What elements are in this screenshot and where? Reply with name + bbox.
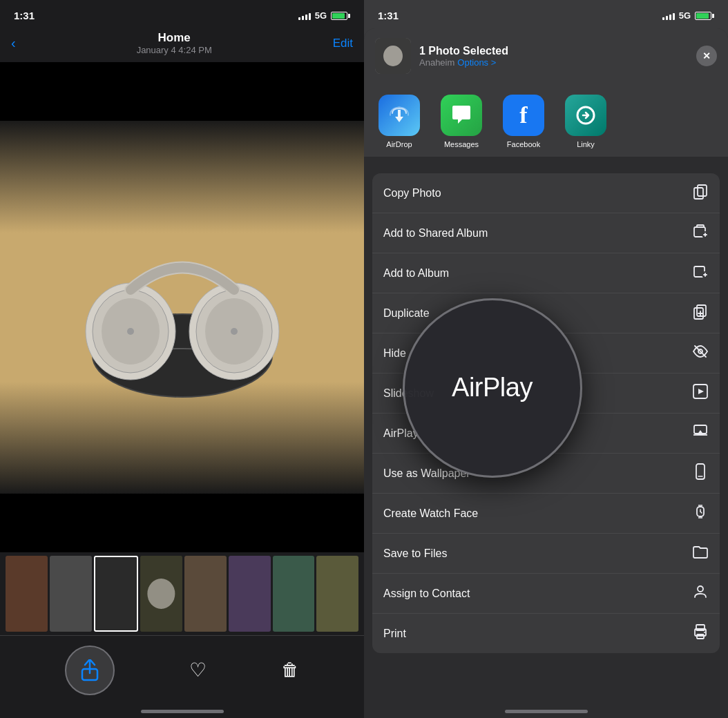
share-photo-thumbnail <box>375 38 411 74</box>
share-info: 1 Photo Selected Anaheim Options > <box>419 45 688 68</box>
menu-item-copy-photo[interactable]: Copy Photo <box>372 173 720 213</box>
svg-point-38 <box>704 632 705 633</box>
copy-icon <box>692 183 709 200</box>
duplicate-svg-icon <box>692 303 709 320</box>
messages-symbol <box>449 103 474 128</box>
duplicate-icon <box>692 303 709 323</box>
assign-contact-icon <box>692 583 709 603</box>
thumbnail-4[interactable] <box>140 556 182 632</box>
hide-icon <box>692 343 709 363</box>
nav-title-main: Home <box>137 31 212 45</box>
watch-face-icon <box>692 503 709 523</box>
printer-icon <box>692 623 709 640</box>
app-icon-messages[interactable]: Messages <box>437 95 486 148</box>
add-shared-album-label: Add to Shared Album <box>383 227 488 240</box>
status-icons-left: 5G <box>298 10 350 21</box>
edit-button[interactable]: Edit <box>333 37 353 50</box>
svg-point-8 <box>231 328 238 335</box>
svg-line-33 <box>700 512 702 513</box>
thumbnail-7[interactable] <box>273 556 315 632</box>
messages-label: Messages <box>444 140 479 148</box>
thumbnail-5[interactable] <box>184 556 227 632</box>
menu-item-add-shared-album[interactable]: Add to Shared Album <box>372 213 720 253</box>
menu-item-assign-contact[interactable]: Assign to Contact <box>372 574 720 614</box>
nav-bar-left: ‹ Home January 4 4:24 PM Edit <box>0 26 364 62</box>
status-time-left: 1:31 <box>14 10 35 21</box>
status-bar-right: 1:31 5G <box>364 0 728 26</box>
app-icon-facebook[interactable]: f Facebook <box>499 95 548 148</box>
signal-bar-2 <box>302 16 304 20</box>
signal-bar-3 <box>305 14 307 20</box>
menu-item-save-files[interactable]: Save to Files <box>372 534 720 574</box>
svg-rect-15 <box>698 185 707 196</box>
phone-icon <box>692 463 709 480</box>
home-indicator-left <box>0 704 364 718</box>
facebook-label: Facebook <box>507 140 540 148</box>
facebook-symbol: f <box>519 95 527 136</box>
photo-main <box>0 121 364 494</box>
svg-rect-37 <box>697 634 704 639</box>
add-album-icon <box>692 263 709 283</box>
back-button[interactable]: ‹ <box>11 35 16 51</box>
thumbnail-2[interactable] <box>50 556 92 632</box>
signal-bars-left <box>298 12 311 20</box>
share-icon <box>80 659 99 681</box>
photo-area <box>0 62 364 552</box>
battery-right <box>695 12 714 20</box>
status-time-right: 1:31 <box>378 10 399 21</box>
svg-point-34 <box>698 586 703 592</box>
share-photo-count: 1 Photo Selected <box>419 45 688 57</box>
airplay-overlay-text: AirPlay <box>452 373 533 402</box>
home-bar-left <box>141 710 224 713</box>
add-shared-album-icon <box>692 223 709 243</box>
app-icon-linky[interactable]: Linky <box>562 95 610 148</box>
album-add-icon <box>692 263 709 280</box>
delete-button[interactable]: 🗑 <box>281 659 299 681</box>
network-left: 5G <box>315 10 327 21</box>
menu-item-add-album[interactable]: Add to Album <box>372 253 720 293</box>
folder-icon <box>692 543 709 560</box>
save-files-label: Save to Files <box>383 547 447 560</box>
shared-album-icon <box>692 223 709 240</box>
airplay-menu-icon <box>692 423 709 443</box>
headphone-image <box>72 204 293 411</box>
copy-photo-icon <box>692 183 709 203</box>
share-header: 1 Photo Selected Anaheim Options > ✕ <box>364 28 728 84</box>
right-panel: 1:31 5G 1 Pho <box>364 0 728 718</box>
svg-point-10 <box>148 579 175 609</box>
app-icon-airdrop[interactable]: AirDrop <box>375 95 423 148</box>
hide-label: Hide <box>383 347 406 360</box>
nav-title: Home January 4 4:24 PM <box>137 31 212 55</box>
menu-item-watch-face[interactable]: Create Watch Face <box>372 494 720 534</box>
play-icon <box>692 383 709 400</box>
share-close-button[interactable]: ✕ <box>696 46 717 66</box>
network-right: 5G <box>679 10 691 21</box>
signal-bar-4 <box>309 13 311 20</box>
airdrop-icon <box>379 95 420 136</box>
assign-contact-label: Assign to Contact <box>383 588 470 600</box>
thumbnail-1[interactable] <box>6 556 48 632</box>
share-button[interactable] <box>65 646 115 695</box>
close-icon: ✕ <box>702 50 711 61</box>
linky-icon <box>565 95 606 136</box>
status-icons-right: 5G <box>662 10 714 21</box>
thumbnail-3[interactable] <box>94 556 139 632</box>
person-icon <box>692 583 709 600</box>
signal-bar-1 <box>298 17 300 20</box>
eye-slash-icon <box>692 343 709 360</box>
airdrop-symbol <box>387 103 412 128</box>
share-options-link[interactable]: Options > <box>457 57 496 68</box>
slideshow-icon <box>692 383 709 403</box>
battery-left <box>331 12 350 20</box>
thumbnail-6[interactable] <box>229 556 271 632</box>
watch-face-label: Create Watch Face <box>383 507 478 520</box>
menu-item-print[interactable]: Print <box>372 614 720 653</box>
menu-item-wallpaper[interactable]: Use as Wallpaper <box>372 454 720 494</box>
signal-bars-right <box>662 12 675 20</box>
thumbnail-8[interactable] <box>316 556 358 632</box>
app-icons-row: AirDrop Messages f Facebook <box>364 84 728 157</box>
like-button[interactable]: ♡ <box>189 659 207 681</box>
bottom-toolbar: ♡ 🗑 <box>0 635 364 704</box>
svg-point-13 <box>383 46 403 66</box>
save-files-icon <box>692 543 709 563</box>
